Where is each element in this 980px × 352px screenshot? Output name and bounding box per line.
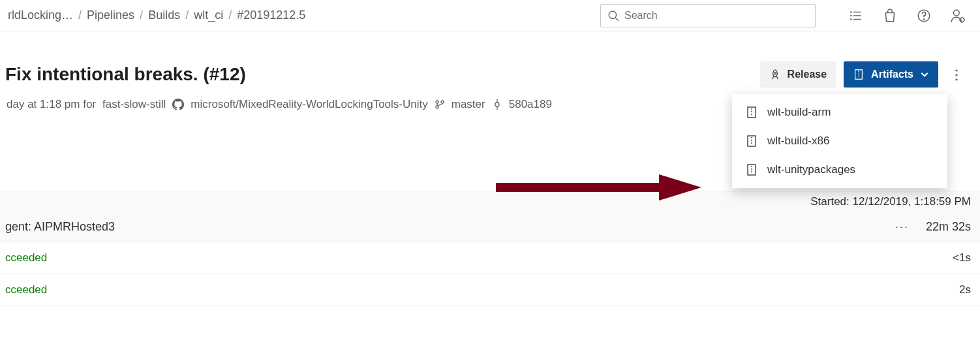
task-row[interactable]: cceeded <1s (0, 242, 980, 274)
artifact-icon (853, 69, 865, 80)
svg-line-1 (615, 18, 619, 21)
crumb-project[interactable]: rldLocking… (8, 8, 73, 22)
svg-point-7 (851, 18, 851, 19)
topbar-icons (816, 7, 975, 25)
breadcrumb-separator: / (78, 8, 82, 22)
task-duration: <1s (953, 251, 971, 264)
started-row: Started: 12/12/2019, 1:18:59 PM (0, 191, 980, 212)
task-row[interactable]: cceeded 2s (0, 274, 980, 306)
action-buttons: Release Artifacts ⋮ (760, 61, 967, 88)
release-button[interactable]: Release (760, 61, 836, 88)
more-actions-button[interactable]: ⋮ (946, 61, 967, 88)
top-bar: rldLocking… / Pipelines / Builds / wlt_c… (0, 0, 980, 31)
task-duration: 2s (959, 283, 971, 296)
svg-point-6 (851, 15, 851, 16)
task-status: cceeded (5, 283, 47, 296)
artifact-label: wlt-unitypackages (767, 163, 855, 176)
crumb-pipeline-name[interactable]: wlt_ci (194, 8, 223, 22)
commit-icon (492, 99, 502, 110)
agent-row: gent: AIPMRHosted3 ··· 22m 32s (0, 212, 980, 242)
crumb-pipelines[interactable]: Pipelines (87, 8, 134, 22)
meta-user[interactable]: fast-slow-still (102, 98, 166, 111)
artifact-icon (746, 106, 757, 119)
artifacts-label: Artifacts (871, 69, 913, 80)
breadcrumb-separator: / (228, 8, 232, 22)
breadcrumb-separator: / (185, 8, 189, 22)
agent-more-icon[interactable]: ··· (895, 220, 909, 234)
svg-point-10 (953, 10, 959, 16)
artifact-item-unitypackages[interactable]: wlt-unitypackages (732, 155, 947, 184)
meta-time: day at 1:18 pm for (7, 98, 96, 111)
agent-left: gent: AIPMRHosted3 (5, 220, 115, 234)
job-section: Started: 12/12/2019, 1:18:59 PM gent: AI… (0, 191, 980, 306)
annotation-arrow (496, 171, 705, 204)
agent-right: ··· 22m 32s (895, 220, 971, 234)
title-row: Fix intentional breaks. (#12) Release Ar… (5, 61, 967, 88)
artifacts-dropdown: wlt-build-arm wlt-build-x86 wlt-unitypac… (732, 94, 947, 188)
breadcrumb: rldLocking… / Pipelines / Builds / wlt_c… (5, 8, 600, 22)
svg-point-22 (495, 103, 499, 106)
task-status: cceeded (5, 251, 47, 264)
artifact-label: wlt-build-x86 (767, 135, 829, 148)
search-box[interactable] (600, 4, 816, 27)
meta-commit[interactable]: 580a189 (509, 98, 552, 111)
svg-point-0 (609, 11, 616, 18)
svg-point-19 (436, 101, 438, 103)
branch-icon (435, 99, 445, 110)
crumb-build-number[interactable]: #20191212.5 (237, 8, 305, 22)
release-label: Release (788, 69, 827, 80)
github-icon (172, 99, 184, 110)
started-value: 12/12/2019, 1:18:59 PM (853, 195, 971, 208)
search-input[interactable] (624, 10, 808, 22)
artifact-icon (746, 135, 757, 148)
svg-point-20 (436, 106, 438, 108)
started-label: Started: (810, 195, 850, 208)
meta-repo[interactable]: microsoft/MixedReality-WorldLockingTools… (191, 98, 427, 111)
help-icon[interactable] (915, 7, 933, 25)
page-title: Fix intentional breaks. (#12) (5, 64, 246, 85)
svg-marker-31 (496, 174, 701, 200)
artifact-item-arm[interactable]: wlt-build-arm (732, 98, 947, 127)
chevron-down-icon (920, 70, 929, 79)
more-vertical-icon: ⋮ (950, 67, 963, 82)
artifact-item-x86[interactable]: wlt-build-x86 (732, 127, 947, 155)
artifact-label: wlt-build-arm (767, 106, 831, 119)
agent-label: gent: (5, 220, 31, 233)
shopping-bag-icon[interactable] (881, 7, 899, 25)
svg-point-16 (774, 72, 776, 74)
user-settings-icon[interactable] (949, 7, 967, 25)
agent-duration: 22m 32s (926, 220, 971, 234)
search-icon (607, 10, 619, 22)
svg-point-5 (851, 11, 851, 12)
artifact-icon (746, 163, 757, 176)
meta-branch[interactable]: master (452, 98, 485, 111)
svg-point-21 (441, 101, 444, 103)
list-icon[interactable] (847, 7, 865, 25)
rocket-icon (769, 69, 781, 80)
artifacts-button[interactable]: Artifacts (844, 61, 938, 88)
agent-name: AIPMRHosted3 (34, 220, 115, 233)
svg-point-9 (923, 18, 924, 19)
breadcrumb-separator: / (140, 8, 143, 22)
crumb-builds[interactable]: Builds (148, 8, 180, 22)
